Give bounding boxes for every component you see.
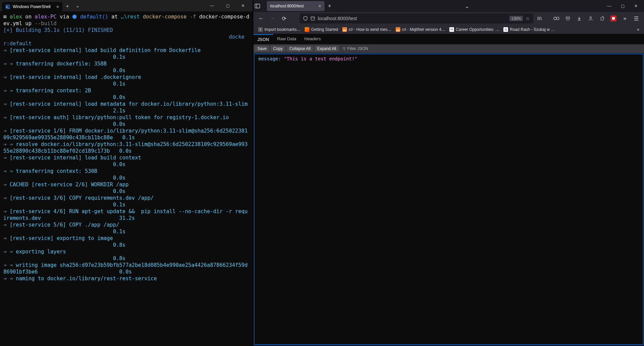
bookmark-item[interactable]: c# - MqttNet version 4… (394, 27, 447, 32)
json-tab-headers[interactable]: Headers (300, 34, 325, 44)
sidebar-toggle-icon[interactable] (255, 3, 267, 9)
url-bar[interactable]: localhost:8000/test 130% ☆ (300, 13, 533, 23)
json-value: "This is a test endpoint!" (284, 56, 357, 61)
zoom-indicator[interactable]: 130% (509, 16, 523, 21)
overflow-menu-icon[interactable]: » (620, 13, 630, 23)
maximize-button[interactable]: ▢ (616, 0, 629, 12)
pocket-icon[interactable] (563, 13, 573, 23)
minimize-button[interactable]: — (204, 0, 220, 11)
bookmark-star-icon[interactable]: ☆ (526, 16, 530, 21)
svg-point-7 (554, 17, 556, 20)
browser-titlebar: localhost:8000/test × + ⌄ — ▢ ✕ (253, 0, 644, 12)
nav-reload-button[interactable]: ⟳ (279, 13, 289, 23)
json-tab-raw[interactable]: Raw Data (273, 34, 300, 44)
json-expand-button[interactable]: Expand All (314, 46, 339, 52)
svg-rect-0 (255, 4, 260, 8)
terminal-tab[interactable]: ≥_ Windows PowerShell × (2, 2, 62, 11)
terminal-tabbar: ≥_ Windows PowerShell × + ⌄ — ▢ ✕ (0, 0, 253, 11)
filter-icon (342, 47, 346, 51)
url-text: localhost:8000/test (318, 16, 507, 21)
tab-dropdown-icon[interactable]: ⌄ (72, 3, 83, 9)
bookmark-label: Getting Started (311, 27, 338, 32)
bookmark-favicon: G (503, 27, 508, 32)
maximize-button[interactable]: ▢ (220, 0, 235, 11)
json-key: message: (258, 56, 281, 61)
close-tab-icon[interactable]: × (56, 4, 59, 9)
browser-window: localhost:8000/test × + ⌄ — ▢ ✕ ← → ⟳ lo… (253, 0, 644, 346)
extension-icon[interactable] (597, 13, 607, 23)
json-filter[interactable]: Filter JSON (342, 46, 368, 51)
browser-toolbar: ← → ⟳ localhost:8000/test 130% ☆ (253, 12, 644, 25)
json-save-button[interactable]: Save (255, 46, 269, 52)
bookmark-label: Import bookmarks… (264, 27, 301, 32)
browser-tab[interactable]: localhost:8000/test × (267, 1, 325, 11)
account-icon[interactable] (586, 13, 596, 23)
bookmark-item[interactable]: Getting Started (303, 27, 340, 32)
window-controls: — ▢ ✕ (602, 0, 643, 12)
bookmarks-toolbar: ⇩Import bookmarks…Getting Startedc# - Ho… (253, 25, 644, 34)
powershell-icon: ≥_ (5, 4, 10, 9)
ublock-icon[interactable] (608, 13, 618, 23)
bookmark-favicon: hi (449, 27, 454, 32)
bookmark-label: Road Rash - Szukaj w … (510, 27, 555, 32)
bookmark-favicon: ⇩ (258, 27, 263, 32)
json-copy-button[interactable]: Copy (270, 46, 285, 52)
json-viewer-toolbar: Save Copy Collapse All Expand All Filter… (253, 44, 644, 53)
json-collapse-button[interactable]: Collapse All (287, 46, 313, 52)
new-tab-button[interactable]: + (325, 3, 335, 10)
bookmark-item[interactable]: c# - How to send mes… (340, 27, 394, 32)
bookmark-favicon (396, 27, 400, 32)
svg-point-9 (590, 17, 591, 18)
close-button[interactable]: ✕ (235, 0, 251, 11)
bookmark-label: Career Opportunities: … (456, 27, 499, 32)
bookmark-favicon (342, 27, 347, 32)
close-button[interactable]: ✕ (629, 0, 643, 12)
bookmark-favicon (305, 27, 309, 32)
bookmark-item[interactable]: GRoad Rash - Szukaj w … (501, 27, 557, 32)
terminal-body[interactable]: ⊞ alex on alex-PC via ⬢ default() at …\r… (0, 11, 253, 346)
download-icon[interactable] (574, 13, 584, 23)
bookmarks-overflow-icon[interactable]: » (635, 27, 641, 32)
json-tab-json[interactable]: JSON (253, 34, 273, 44)
bookmark-label: c# - How to send mes… (349, 27, 392, 32)
minimize-button[interactable]: — (602, 0, 616, 12)
app-menu-icon[interactable]: ☰ (631, 13, 641, 23)
json-viewer-body[interactable]: message: "This is a test endpoint!" (254, 54, 643, 345)
browser-tab-title: localhost:8000/test (270, 4, 304, 8)
terminal-window: ≥_ Windows PowerShell × + ⌄ — ▢ ✕ ⊞ alex… (0, 0, 253, 346)
svg-point-8 (556, 17, 559, 20)
terminal-tab-title: Windows PowerShell (13, 4, 51, 9)
nav-back-button[interactable]: ← (256, 13, 266, 23)
bookmark-item[interactable]: ⇩Import bookmarks… (256, 27, 303, 32)
library-icon[interactable] (535, 13, 545, 23)
svg-rect-2 (311, 17, 315, 20)
bookmark-label: c# - MqttNet version 4… (402, 27, 445, 32)
svg-line-6 (541, 17, 541, 20)
json-viewer-tabs: JSON Raw Data Headers (253, 34, 644, 44)
mask-icon[interactable] (551, 13, 561, 23)
shield-icon[interactable] (303, 16, 308, 21)
bookmark-item[interactable]: hiCareer Opportunities: … (447, 27, 501, 32)
page-info-icon[interactable] (310, 16, 315, 21)
nav-forward-button[interactable]: → (267, 13, 278, 23)
list-tabs-icon[interactable]: ⌄ (462, 3, 472, 9)
new-tab-button[interactable]: + (62, 3, 72, 9)
close-tab-icon[interactable]: × (318, 3, 321, 9)
window-controls: — ▢ ✕ (204, 0, 251, 11)
